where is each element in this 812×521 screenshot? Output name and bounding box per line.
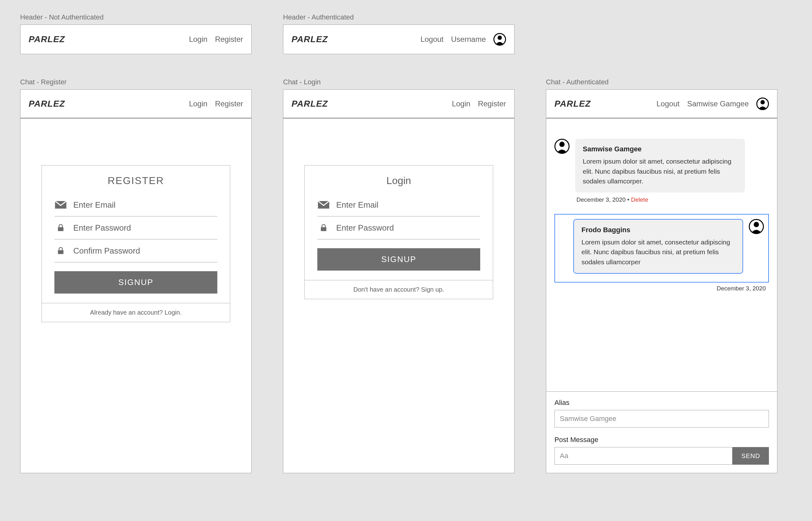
- avatar-icon[interactable]: [493, 33, 506, 46]
- send-button[interactable]: SEND: [733, 447, 769, 465]
- delete-link[interactable]: Delete: [631, 196, 648, 203]
- chat-body: Samwise Gamgee Lorem ipsum dolor sit ame…: [546, 120, 777, 473]
- brand-logo[interactable]: PARLEZ: [554, 99, 591, 109]
- frame-chat-auth: PARLEZ Logout Samwise Gamgee Samwise Gam…: [546, 89, 778, 473]
- avatar-icon[interactable]: [756, 97, 769, 110]
- composer: Alias Samwise Gamgee Post Message Aa SEN…: [546, 391, 777, 473]
- login-link[interactable]: Login: [189, 35, 208, 44]
- mail-icon: [317, 200, 330, 210]
- brand-logo[interactable]: PARLEZ: [292, 99, 328, 109]
- message-list: Samwise Gamgee Lorem ipsum dolor sit ame…: [546, 120, 777, 391]
- message-text: Lorem ipsum dolor sit amet, consectetur …: [581, 237, 735, 267]
- svg-rect-5: [321, 227, 326, 231]
- email-field[interactable]: Enter Email: [317, 194, 480, 217]
- message-date: December 3, 2020: [717, 285, 766, 292]
- signup-button[interactable]: SIGNUP: [54, 271, 217, 294]
- password-field[interactable]: Enter Password: [317, 217, 480, 240]
- already-have-account-link[interactable]: Already have an account? Login.: [42, 303, 230, 322]
- register-card: REGISTER Enter Email Enter Password: [42, 165, 230, 322]
- frame-header-auth: PARLEZ Logout Username: [283, 25, 514, 54]
- svg-point-0: [497, 36, 502, 40]
- message-input[interactable]: Aa: [554, 447, 733, 465]
- svg-rect-3: [58, 250, 64, 254]
- password-field[interactable]: Enter Password: [54, 217, 217, 240]
- email-field[interactable]: Enter Email: [54, 194, 217, 217]
- avatar-icon: [749, 219, 764, 234]
- email-placeholder: Enter Email: [73, 200, 115, 210]
- message-bubble[interactable]: Samwise Gamgee Lorem ipsum dolor sit ame…: [575, 139, 745, 192]
- header-bar: PARLEZ Login Register: [20, 90, 251, 119]
- section-label-header-not-auth: Header - Not Authenticated: [20, 13, 103, 21]
- message-author: Frodo Baggins: [581, 226, 735, 234]
- brand-logo[interactable]: PARLEZ: [29, 99, 65, 109]
- confirm-password-field[interactable]: Confirm Password: [54, 240, 217, 263]
- login-link[interactable]: Login: [189, 99, 208, 108]
- confirm-placeholder: Confirm Password: [73, 246, 140, 256]
- card-title: REGISTER: [42, 165, 230, 194]
- password-placeholder: Enter Password: [336, 223, 394, 233]
- svg-point-7: [559, 141, 565, 147]
- username-text: Samwise Gamgee: [687, 99, 749, 108]
- message-text: Lorem ipsum dolor sit amet, consectetur …: [583, 156, 738, 186]
- login-card: Login Enter Email Enter Password SIGNUP …: [304, 165, 493, 299]
- signup-link[interactable]: Don't have an account? Sign up.: [305, 280, 493, 299]
- message-bubble[interactable]: Frodo Baggins Lorem ipsum dolor sit amet…: [573, 219, 743, 274]
- signup-button[interactable]: SIGNUP: [317, 248, 480, 271]
- header-bar: PARLEZ Logout Samwise Gamgee: [546, 90, 777, 119]
- login-link[interactable]: Login: [452, 99, 470, 108]
- frame-chat-login: PARLEZ Login Register Login Enter Email: [283, 89, 514, 473]
- section-label-header-auth: Header - Authenticated: [283, 13, 354, 21]
- email-placeholder: Enter Email: [336, 200, 378, 210]
- section-label-chat-login: Chat - Login: [283, 78, 321, 86]
- alias-input[interactable]: Samwise Gamgee: [554, 410, 769, 428]
- section-label-chat-auth: Chat - Authenticated: [546, 78, 608, 86]
- lock-icon: [54, 223, 67, 233]
- username-text: Username: [451, 35, 486, 44]
- logout-link[interactable]: Logout: [657, 99, 680, 108]
- brand-logo[interactable]: PARLEZ: [292, 34, 328, 44]
- svg-point-6: [760, 100, 765, 105]
- register-link[interactable]: Register: [215, 35, 243, 44]
- message-meta: December 3, 2020 • Delete: [577, 196, 769, 203]
- selected-message-outline: Frodo Baggins Lorem ipsum dolor sit amet…: [554, 214, 769, 283]
- message-row: Samwise Gamgee Lorem ipsum dolor sit ame…: [554, 139, 769, 192]
- avatar-icon: [554, 139, 570, 154]
- register-link[interactable]: Register: [478, 99, 506, 108]
- frame-header-not-auth: PARLEZ Login Register: [20, 25, 252, 54]
- register-link[interactable]: Register: [215, 99, 243, 108]
- nav: Logout Username: [420, 33, 506, 46]
- alias-label: Alias: [554, 399, 769, 407]
- message-author: Samwise Gamgee: [583, 145, 738, 153]
- svg-point-8: [754, 222, 759, 227]
- header-bar: PARLEZ Login Register: [20, 25, 251, 54]
- nav: Logout Samwise Gamgee: [657, 97, 769, 110]
- nav: Login Register: [189, 99, 243, 108]
- brand-logo[interactable]: PARLEZ: [29, 34, 65, 44]
- lock-icon: [54, 246, 67, 256]
- message-row: Frodo Baggins Lorem ipsum dolor sit amet…: [559, 219, 764, 274]
- nav: Login Register: [452, 99, 506, 108]
- password-placeholder: Enter Password: [73, 223, 131, 233]
- header-bar: PARLEZ Logout Username: [283, 25, 514, 54]
- section-label-chat-register: Chat - Register: [20, 78, 67, 86]
- frame-chat-register: PARLEZ Login Register REGISTER Enter Ema…: [20, 89, 252, 473]
- header-bar: PARLEZ Login Register: [283, 90, 514, 119]
- message-meta: December 3, 2020: [554, 285, 766, 292]
- lock-icon: [317, 223, 330, 233]
- mail-icon: [54, 200, 67, 210]
- card-title: Login: [305, 165, 493, 194]
- post-message-label: Post Message: [554, 436, 769, 444]
- message-date: December 3, 2020: [577, 196, 626, 203]
- svg-rect-2: [58, 227, 64, 231]
- nav: Login Register: [189, 35, 243, 44]
- logout-link[interactable]: Logout: [420, 35, 443, 44]
